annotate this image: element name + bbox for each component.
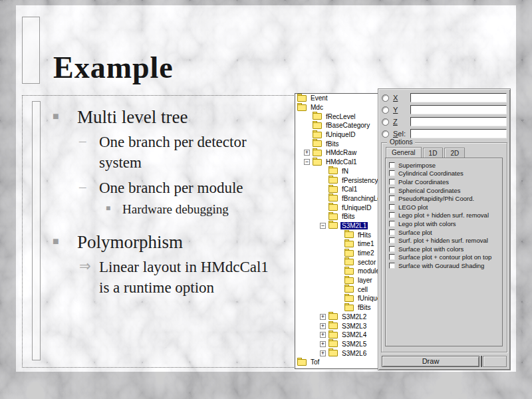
tab[interactable]: 1D [423,148,444,158]
tree-row[interactable]: + S3M2L4 [295,331,380,340]
checkbox-label: Lego plot with colors [398,220,456,227]
axis-row: X [378,92,510,104]
tree-row[interactable]: fBits [295,212,380,221]
radio-button[interactable] [382,94,389,102]
tree-item-label: fN [340,168,350,175]
tree-row[interactable]: fRecLevel [295,112,380,121]
bullet-text: One branch per module [99,178,243,199]
tree-row[interactable]: fBits [295,139,380,148]
plot-option-row[interactable]: Surf. plot + hidden surf. removal [386,236,501,245]
radio-button[interactable] [382,130,389,138]
folder-icon [313,140,322,147]
radio-button[interactable] [382,118,389,126]
body-decoration-bar [32,101,41,360]
plot-option-row[interactable]: Surface plot [386,228,501,237]
tree-item-label: time2 [356,249,375,257]
checkbox[interactable] [389,162,395,168]
axis-expression-field[interactable] [410,129,507,138]
folder-icon [329,350,338,356]
plot-option-row[interactable]: LEGO plot [386,203,501,211]
tree-row[interactable]: − HMdcCal1 [295,158,380,167]
checkbox[interactable] [389,179,395,185]
axis-expression-field[interactable] [410,93,507,102]
folder-icon [297,359,307,366]
tree-row[interactable]: module [295,267,380,276]
plot-option-row[interactable]: Surface plot with colors [386,245,501,253]
tab[interactable]: 2D [444,148,465,158]
folder-icon [344,286,354,293]
checkbox[interactable] [389,221,395,227]
checkbox[interactable] [389,196,395,201]
checkbox-label: PseudoRapidity/Phi Coord. [398,195,474,202]
axis-expression-field[interactable] [410,117,507,126]
tab[interactable]: General [386,147,422,158]
tree-row[interactable]: fCal1 [295,185,380,194]
tree-row[interactable]: layer [295,276,380,285]
tree-row[interactable]: cell [295,285,380,294]
tree-row[interactable]: sector [295,257,380,267]
plot-option-row[interactable]: Spherical Coordinates [386,186,501,195]
plot-option-row[interactable]: Lego plot + hidden surf. removal [386,211,501,220]
checkbox[interactable] [389,204,395,210]
checkbox-label: LEGO plot [398,203,428,211]
tree-item-label: fUniqueID [325,131,356,138]
tree-row[interactable]: time1 [295,239,380,249]
folder-icon [329,313,338,320]
expander-icon[interactable]: + [320,314,326,320]
folder-icon [313,113,322,120]
expander-icon[interactable]: + [320,350,326,356]
tree-row[interactable]: + HMdcRaw [295,148,380,158]
checkbox[interactable] [389,254,395,260]
expander-icon[interactable]: + [320,341,326,347]
tree-row[interactable]: fHits [295,230,380,239]
expander-icon[interactable]: + [320,323,326,329]
expander-icon[interactable]: + [304,150,310,156]
checkbox[interactable] [389,246,395,252]
tree-row[interactable]: − S3M2L1 [295,221,380,231]
checkbox[interactable] [389,170,395,176]
tree-item-label: fUniqueID [340,204,372,211]
axis-label: X [393,94,410,102]
tree-row[interactable]: fN [295,167,380,176]
checkbox[interactable] [389,188,395,194]
checkbox[interactable] [389,229,395,235]
expander-icon[interactable]: − [320,223,326,229]
plot-option-row[interactable]: Cylindrical Coordinates [386,170,501,178]
tree-row[interactable]: + S3M2L2 [295,313,380,322]
plot-option-row[interactable]: Superimpose [386,161,501,170]
tree-row[interactable]: fBits [295,303,380,313]
tree-row[interactable]: + S3M2L3 [295,321,380,331]
folder-icon [313,122,322,129]
tree-row[interactable]: Tof [295,358,380,367]
expander-icon[interactable]: − [304,159,310,165]
plot-option-row[interactable]: Surface plot + contour plot on top [386,253,501,262]
plot-option-row[interactable]: Lego plot with colors [386,219,501,228]
tree-row[interactable]: fBaseCategory [295,121,380,130]
expander-icon[interactable]: + [320,332,326,338]
tree-row[interactable]: fBranchingLevel [295,194,380,203]
tree-row[interactable]: + S3M2L5 [295,340,380,349]
tree-row[interactable]: fUniqueID [295,294,380,303]
checkbox[interactable] [389,263,395,269]
checkbox[interactable] [389,237,395,243]
options-tabs: General 1D 2D [386,146,466,158]
checkbox[interactable] [389,212,395,218]
plot-option-row[interactable]: Surface with Gouraud Shading [386,261,501,270]
checkbox-label: Lego plot + hidden surf. removal [398,211,489,219]
checkbox-label: Surface plot + contour plot on top [398,253,491,261]
plot-option-row[interactable]: Polar Coordinates [386,178,501,186]
draw-button[interactable]: Draw [382,356,479,367]
bullet-marker-icon: ■ [53,231,77,247]
plot-option-row[interactable]: PseudoRapidity/Phi Coord. [386,194,501,203]
tree-row[interactable]: + S3M2L6 [295,348,380,358]
tree-row[interactable]: fUniqueID [295,130,380,140]
folder-icon [329,340,338,347]
radio-button[interactable] [382,106,389,114]
tree-row[interactable]: time2 [295,249,380,258]
tree-row[interactable]: Event [295,94,380,103]
tree-row[interactable]: Mdc [295,103,380,112]
tree-row[interactable]: fPersistency [295,176,380,185]
axis-expression-field[interactable] [410,105,507,114]
tree-item-label: fBaseCategory [325,122,371,129]
tree-row[interactable]: fUniqueID [295,203,380,212]
